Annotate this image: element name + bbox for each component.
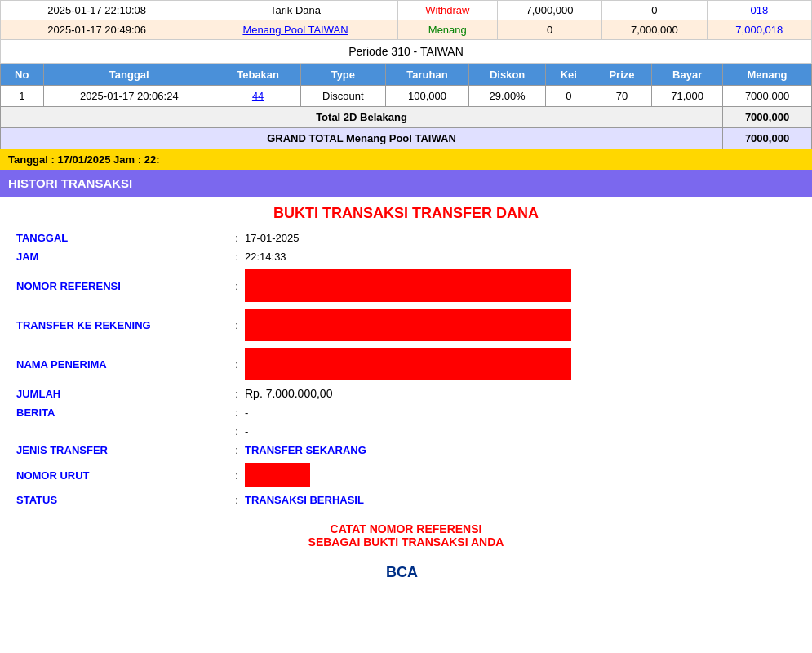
col-taruhan: Taruhan (385, 64, 469, 86)
menang-desc[interactable]: Menang Pool TAIWAN (193, 20, 398, 40)
label-nomor-referensi: NOMOR REFERENSI (16, 280, 229, 292)
value-tanggal: 17-01-2025 (245, 232, 796, 244)
col-menang: Menang (723, 64, 812, 86)
label-jenis-transfer: JENIS TRANSFER (16, 444, 229, 456)
field-empty: : - (16, 425, 796, 438)
col-type: Type (301, 64, 385, 86)
label-nama-penerima: NAMA PENERIMA (16, 358, 229, 371)
field-jumlah: JUMLAH : Rp. 7.000.000,00 (16, 387, 796, 400)
withdraw-col4: 7,000,000 (497, 1, 601, 20)
menang-col6: 7,000,018 (707, 20, 811, 40)
label-tanggal: TANGGAL (16, 232, 229, 244)
histori-header: HISTORI TRANSAKSI (0, 170, 812, 197)
bca-logo-icon: BCA (382, 559, 431, 584)
cell-diskon: 29.00% (469, 86, 545, 107)
field-status: STATUS : TRANSAKSI BERHASIL (16, 494, 796, 506)
withdraw-col6: 018 (707, 1, 811, 20)
total-2d-value: 7000,000 (723, 107, 812, 128)
withdraw-col5: 0 (602, 1, 707, 20)
bca-logo-area: BCA (16, 553, 796, 593)
cell-no: 1 (1, 86, 44, 107)
label-nomor-urut: NOMOR URUT (16, 469, 229, 482)
withdraw-type: Withdraw (397, 1, 497, 20)
table-row: 2025-01-17 22:10:08 Tarik Dana Withdraw … (1, 1, 812, 20)
value-transfer-rekening (245, 309, 796, 341)
total-2d-label: Total 2D Belakang (1, 107, 723, 128)
value-status: TRANSAKSI BERHASIL (245, 494, 796, 506)
value-berita: - (245, 406, 796, 419)
col-bayar: Bayar (652, 64, 723, 86)
value-nomor-referensi (245, 269, 796, 302)
value-nama-penerima (245, 348, 796, 380)
transfer-title: BUKTI TRANSAKSI TRANSFER DANA (16, 205, 796, 222)
value-jumlah: Rp. 7.000.000,00 (245, 387, 796, 400)
label-transfer-rekening: TRANSFER KE REKENING (16, 319, 229, 331)
table-header-row: No Tanggal Tebakan Type Taruhan Diskon K… (1, 64, 812, 86)
detail-table: No Tanggal Tebakan Type Taruhan Diskon K… (0, 64, 812, 149)
col-diskon: Diskon (469, 64, 545, 86)
table-row: 2025-01-17 20:49:06 Menang Pool TAIWAN M… (1, 20, 812, 40)
label-jumlah: JUMLAH (16, 388, 229, 400)
col-no: No (1, 64, 44, 86)
col-kei: Kei (545, 64, 592, 86)
cell-taruhan: 100,000 (385, 86, 469, 107)
total-2d-row: Total 2D Belakang 7000,000 (1, 107, 812, 128)
label-status: STATUS (16, 494, 229, 506)
withdraw-desc: Tarik Dana (193, 1, 398, 20)
label-jam: JAM (16, 251, 229, 263)
redacted-block-referensi (245, 269, 571, 302)
field-nama-penerima: NAMA PENERIMA : (16, 348, 796, 380)
field-berita: BERITA : - (16, 406, 796, 419)
cell-type: Discount (301, 86, 385, 107)
menang-col5: 7,000,000 (602, 20, 707, 40)
redacted-block-urut (245, 463, 310, 487)
redacted-block-rekening (245, 309, 571, 341)
catat-line1: CATAT NOMOR REFERENSI (20, 522, 792, 535)
cell-kei: 0 (545, 86, 592, 107)
grand-total-row: GRAND TOTAL Menang Pool TAIWAN 7000,000 (1, 128, 812, 149)
grand-total-label: GRAND TOTAL Menang Pool TAIWAN (1, 128, 723, 149)
menang-type: Menang (397, 20, 497, 40)
cell-prize: 70 (592, 86, 652, 107)
cell-tanggal: 2025-01-17 20:06:24 (43, 86, 215, 107)
cell-bayar: 71,000 (652, 86, 723, 107)
cell-tebakan[interactable]: 44 (215, 86, 301, 107)
redacted-block-nama (245, 348, 571, 380)
period-header: Periode 310 - TAIWAN (0, 40, 812, 64)
catat-line2: SEBAGAI BUKTI TRANSAKSI ANDA (20, 535, 792, 549)
menang-col4: 0 (497, 20, 601, 40)
transfer-section: BUKTI TRANSAKSI TRANSFER DANA TANGGAL : … (0, 197, 812, 601)
value-jenis-transfer: TRANSFER SEKARANG (245, 444, 796, 456)
menang-date: 2025-01-17 20:49:06 (1, 20, 193, 40)
catat-section: CATAT NOMOR REFERENSI SEBAGAI BUKTI TRAN… (16, 518, 796, 553)
value-nomor-urut (245, 463, 796, 487)
top-transactions-table: 2025-01-17 22:10:08 Tarik Dana Withdraw … (0, 0, 812, 40)
field-tanggal: TANGGAL : 17-01-2025 (16, 232, 796, 244)
svg-text:BCA: BCA (386, 564, 418, 580)
value-empty: - (245, 425, 796, 438)
field-nomor-referensi: NOMOR REFERENSI : (16, 269, 796, 302)
label-berita: BERITA (16, 406, 229, 419)
value-jam: 22:14:33 (245, 251, 796, 263)
col-tebakan: Tebakan (215, 64, 301, 86)
table-row: 1 2025-01-17 20:06:24 44 Discount 100,00… (1, 86, 812, 107)
datetime-bar: Tanggal : 17/01/2025 Jam : 22: (0, 149, 812, 170)
field-jam: JAM : 22:14:33 (16, 251, 796, 263)
field-nomor-urut: NOMOR URUT : (16, 463, 796, 487)
col-tanggal: Tanggal (43, 64, 215, 86)
col-prize: Prize (592, 64, 652, 86)
cell-menang: 7000,000 (723, 86, 812, 107)
field-transfer-ke-rekening: TRANSFER KE REKENING : (16, 309, 796, 341)
withdraw-date: 2025-01-17 22:10:08 (1, 1, 193, 20)
grand-total-value: 7000,000 (723, 128, 812, 149)
field-jenis-transfer: JENIS TRANSFER : TRANSFER SEKARANG (16, 444, 796, 456)
